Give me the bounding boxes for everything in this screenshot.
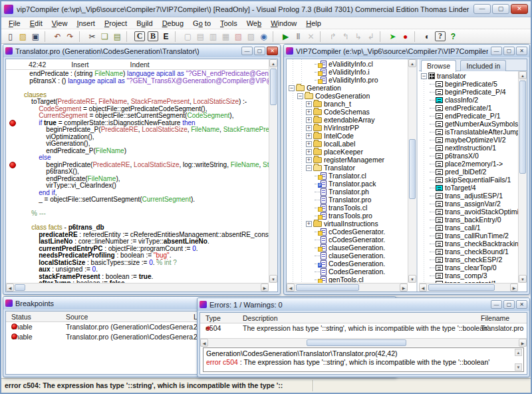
hscroll-thumb[interactable] (428, 284, 495, 291)
expand-icon[interactable]: + (306, 109, 312, 115)
scroll-left-icon[interactable]: ◀ (419, 284, 427, 292)
minimize-button[interactable]: — (473, 4, 491, 14)
browse-tree-item[interactable]: trans_checkBound/1 (419, 248, 518, 256)
project-close-button[interactable]: ✕ (516, 47, 527, 55)
code-line[interactable]: viOptimization(), (24, 134, 269, 141)
code-line[interactable]: toTarget(PredicateRE, FileName, StackFra… (24, 98, 269, 106)
collapse-icon[interactable]: − (289, 85, 295, 91)
browse-tree-item[interactable]: nextInstruction/1 (419, 144, 518, 152)
window-tile-h-button[interactable]: ▥ (207, 31, 219, 43)
project-restore-button[interactable]: ▢ (503, 47, 515, 55)
code-line[interactable]: p6transX : () language apicall as "?GEN_… (24, 78, 269, 85)
close-button[interactable]: ✕ (511, 4, 528, 14)
scroll-down-icon[interactable]: ▼ (519, 275, 527, 283)
expand-icon[interactable]: + (306, 157, 312, 163)
project-tree-item[interactable]: −CodesGeneration (287, 92, 408, 100)
code-line[interactable]: aux : unsigned := 0. (24, 266, 269, 274)
paste-button[interactable]: ▤ (111, 31, 124, 43)
browse-tree-item[interactable]: −translator (419, 72, 518, 80)
browse-tree-item[interactable]: skipSequentialFails/1 (419, 176, 518, 184)
column-source[interactable]: Source (66, 313, 88, 321)
code-line[interactable]: class facts - p6trans_db (24, 224, 269, 232)
project-tree-item[interactable]: +hVirInstrPP (287, 124, 408, 132)
scroll-right-icon[interactable]: ▶ (519, 339, 527, 347)
step-over-button[interactable]: ↱ (327, 31, 339, 43)
browse-tree-item[interactable]: pred_lblDef/2 (419, 168, 518, 176)
project-tree-item[interactable]: −Translator (287, 164, 408, 172)
copy-button[interactable]: ❏ (98, 31, 111, 43)
browse-tree-item[interactable]: getNumberAuxSymbolsFo (419, 120, 518, 128)
scroll-left-icon[interactable]: ◀ (287, 284, 295, 292)
toggle-breakpoint-button[interactable]: ● (399, 31, 412, 43)
code-line[interactable]: predicateRE : referedEntity := cReferedE… (24, 232, 269, 239)
project-tree-item[interactable]: Translator.ph (287, 188, 408, 196)
project-tree-item[interactable]: eValidityInfo.cl (287, 60, 408, 68)
about-help-button[interactable]: ? (447, 31, 460, 43)
browse-tree-item[interactable]: trans_call/1 (419, 224, 518, 232)
browse-tree-item[interactable]: trans_assignVar/2 (419, 200, 518, 208)
errors-restore-button[interactable]: ▢ (503, 300, 515, 309)
browse-tree-item[interactable]: maybeOptimizeVI/2 (419, 136, 518, 144)
project-tree-item[interactable]: Translator.pro (287, 196, 408, 204)
stop-button[interactable]: ✕ (305, 31, 317, 43)
step-into-button[interactable]: ↰ (339, 31, 352, 43)
editor-restore-button[interactable]: ▢ (254, 47, 265, 55)
browse-tree-item[interactable]: beginPredicate_P/4 (419, 88, 518, 96)
project-tree-item[interactable]: +CodeSchemas (287, 108, 408, 116)
menu-item-go-to[interactable]: Go to (188, 18, 215, 29)
project-tree-item[interactable]: eValidityInfo.pro (287, 76, 408, 84)
window-cascade-button[interactable]: ▤ (194, 31, 207, 43)
code-line[interactable]: beginPredicate_P(PredicateRE, LocalStati… (24, 126, 269, 134)
hscroll-thumb[interactable] (296, 284, 359, 291)
window-new-button[interactable]: ▢ (182, 31, 194, 43)
column-filename[interactable]: Filename (481, 314, 509, 322)
scroll-up-icon[interactable]: ▲ (408, 59, 416, 67)
menu-item-insert[interactable]: Insert (72, 18, 100, 29)
files-vscrollbar[interactable]: ▲ ▼ (408, 59, 416, 283)
editor-close-button[interactable]: ✕ (267, 47, 278, 55)
code-line[interactable]: stackFramePresent : boolean := true. (24, 274, 269, 281)
hscroll-thumb[interactable] (307, 339, 406, 346)
project-tree-item[interactable]: cCodesGenerator. (287, 236, 408, 244)
menu-item-web[interactable]: Web (242, 18, 266, 29)
project-tree-item[interactable]: CodesGeneration. (287, 260, 408, 268)
browse-tree-item[interactable]: beginPredicate/5 (419, 80, 518, 88)
browse-tree-item[interactable]: trans_clearTop/0 (419, 264, 518, 272)
code-line[interactable]: endPredicate_P(FileName) (24, 148, 269, 155)
browse-tree-item[interactable]: endPredicate/1 (419, 104, 518, 112)
code-line[interactable] (24, 218, 269, 225)
pause-button[interactable]: ‖ (292, 31, 305, 43)
scroll-right-icon[interactable]: ▶ (400, 284, 408, 292)
browse-vscrollbar[interactable]: ▲ ▼ (518, 71, 527, 283)
editor-minimize-button[interactable]: — (241, 47, 253, 55)
run-button[interactable]: ▶ (279, 31, 292, 43)
editor-vscrollbar[interactable]: ▲ ▼ (269, 59, 277, 283)
scroll-down-icon[interactable]: ▼ (269, 275, 277, 283)
scroll-up-icon[interactable]: ▲ (515, 349, 522, 356)
files-hscrollbar[interactable]: ◀ ▶ (287, 283, 408, 292)
project-tree-item[interactable]: +registerManagemer (287, 156, 408, 164)
code-line[interactable]: endPredicate(FileName), (24, 176, 269, 183)
execute-button[interactable]: E (160, 31, 172, 43)
redo-button[interactable]: ↷ (64, 31, 76, 43)
collapse-icon[interactable]: − (306, 165, 312, 171)
save-button[interactable]: ▣ (29, 31, 42, 43)
tab-browse[interactable]: Browse (421, 60, 456, 72)
browse-tree-item[interactable]: trans_callRunTime/2 (419, 232, 518, 240)
code-line[interactable]: clauses (24, 92, 269, 99)
project-tree-item[interactable]: genTools.cl (287, 276, 408, 283)
scroll-left-icon[interactable]: ◀ (200, 339, 208, 347)
browse-tree-item[interactable]: isTranslatableAfterJump/1 (419, 128, 518, 136)
project-tree-item[interactable]: +branch_t (287, 100, 408, 108)
menu-item-help[interactable]: Help (301, 18, 326, 29)
editor-window-titlebar[interactable]: Translator.pro (Generation\CodesGenerati… (3, 45, 280, 57)
code-line[interactable]: currentPredEntryPC : objectFile::program… (24, 246, 269, 253)
project-tree-item[interactable]: cCodesGenerator. (287, 228, 408, 236)
browse-tree-item[interactable]: trans_avoidStackOptimiza (419, 208, 518, 216)
project-tree-item[interactable]: CodesGeneration. (287, 268, 408, 276)
project-tree-item[interactable]: clauseGeneration. (287, 244, 408, 252)
vscroll-thumb[interactable] (270, 69, 277, 105)
column-description[interactable]: Description (243, 314, 278, 322)
scroll-up-icon[interactable]: ▲ (269, 59, 277, 67)
project-window-titlebar[interactable]: VIP7Compiler (e:\vp\_Vip6\source\Compile… (284, 45, 529, 57)
